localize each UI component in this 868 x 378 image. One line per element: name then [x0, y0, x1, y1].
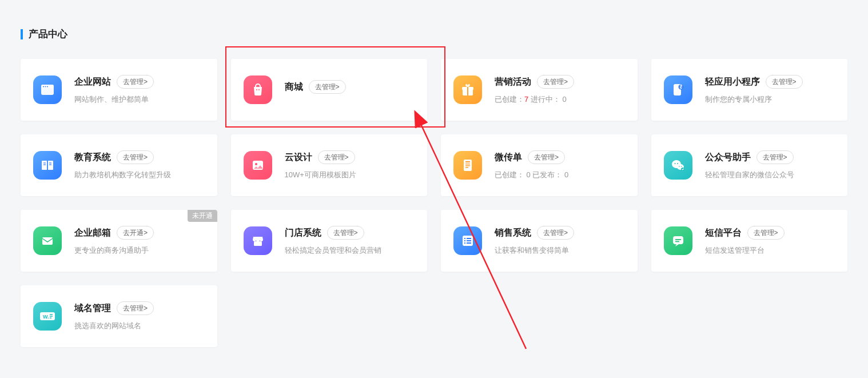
manage-button[interactable]: 去管理> [117, 75, 154, 89]
card-title: 销售系统 [495, 227, 531, 239]
card-desc: 已创建： 0 已发布： 0 [495, 170, 625, 180]
card-desc: 让获客和销售变得简单 [495, 245, 625, 256]
card-title: 营销活动 [495, 76, 531, 88]
manage-button[interactable]: 去管理> [309, 80, 346, 94]
svg-rect-41 [675, 241, 679, 242]
svg-rect-30 [42, 237, 53, 245]
card-shop[interactable]: 商城 去管理> [231, 59, 428, 121]
svg-rect-36 [467, 240, 471, 241]
product-grid: 企业网站 去管理> 网站制作、维护都简单 商城 去管理> [21, 59, 847, 347]
card-title: 云设计 [285, 152, 312, 164]
store-icon [244, 226, 272, 255]
open-button[interactable]: 去开通> [117, 226, 154, 240]
svg-rect-9 [467, 87, 468, 96]
card-marketing[interactable]: 营销活动 去管理> 已创建：7 进行中： 0 [441, 59, 638, 121]
manage-button[interactable]: 去管理> [318, 150, 355, 164]
manage-button[interactable]: 去管理> [327, 226, 364, 240]
manage-button[interactable]: 去管理> [117, 150, 154, 164]
manage-button[interactable]: 去管理> [756, 150, 794, 164]
card-title: 公众号助手 [705, 152, 751, 164]
svg-point-2 [43, 86, 44, 87]
card-desc: 挑选喜欢的网站域名 [74, 321, 205, 331]
window-icon [33, 75, 62, 104]
svg-rect-21 [465, 165, 470, 166]
card-desc: 助力教培机构数字化转型升级 [74, 170, 205, 180]
card-title: 微传单 [495, 152, 522, 164]
section-title-bar [21, 29, 23, 39]
svg-point-5 [256, 89, 257, 90]
card-title: 企业网站 [74, 76, 111, 88]
mail-icon [33, 226, 62, 255]
svg-point-25 [674, 163, 675, 164]
svg-rect-34 [467, 238, 471, 239]
section-title: 产品中心 [21, 27, 847, 41]
card-title: 教育系统 [74, 152, 111, 164]
manage-button[interactable]: 去管理> [537, 75, 574, 89]
svg-rect-31 [254, 241, 262, 246]
card-store[interactable]: 门店系统 去管理> 轻松搞定会员管理和会员营销 [231, 210, 428, 272]
card-education[interactable]: 教育系统 去管理> 助力教培机构数字化转型升级 [21, 134, 217, 196]
manage-button[interactable]: 去管理> [537, 226, 574, 240]
card-desc: 10W+可商用模板图片 [285, 170, 415, 180]
card-desc: 网站制作、维护都简单 [74, 94, 205, 105]
card-sales[interactable]: 销售系统 去管理> 让获客和销售变得简单 [441, 210, 638, 272]
card-title: 域名管理 [74, 303, 111, 315]
image-icon [244, 151, 272, 180]
wechat-icon [664, 151, 692, 180]
card-miniprogram[interactable]: 轻应用小程序 去管理> 制作您的专属小程序 [651, 59, 848, 121]
card-desc: 已创建：7 进行中： 0 [495, 94, 625, 105]
svg-rect-38 [467, 242, 471, 244]
svg-rect-20 [465, 164, 470, 165]
svg-rect-39 [673, 236, 683, 244]
manage-button[interactable]: 去管理> [528, 150, 565, 164]
card-title: 商城 [285, 81, 303, 93]
svg-point-3 [45, 86, 46, 87]
svg-point-4 [47, 86, 48, 87]
card-desc: 短信发送管理平台 [705, 245, 835, 256]
svg-point-6 [258, 89, 260, 90]
domain-icon: W. [33, 302, 62, 331]
svg-rect-33 [464, 238, 465, 239]
list-icon [453, 226, 482, 255]
card-title: 短信平台 [705, 227, 742, 239]
card-desc: 更专业的商务沟通助手 [74, 245, 205, 256]
miniprogram-icon [664, 75, 692, 104]
manage-button[interactable]: 去管理> [117, 301, 154, 315]
card-sms[interactable]: 短信平台 去管理> 短信发送管理平台 [651, 210, 848, 272]
svg-rect-22 [465, 167, 468, 168]
svg-point-26 [677, 163, 678, 164]
svg-text:W.: W. [43, 314, 49, 320]
section-title-text: 产品中心 [29, 27, 67, 41]
gift-icon [453, 75, 482, 104]
card-title: 门店系统 [285, 227, 321, 239]
manage-button[interactable]: 去管理> [766, 75, 803, 89]
svg-rect-35 [464, 240, 465, 241]
svg-point-17 [255, 163, 257, 165]
card-domain[interactable]: W. 域名管理 去管理> 挑选喜欢的网站域名 [21, 285, 217, 347]
svg-rect-37 [464, 242, 465, 244]
flyer-icon [453, 151, 482, 180]
card-website[interactable]: 企业网站 去管理> 网站制作、维护都简单 [21, 59, 217, 121]
stat-created-label: 已创建： [495, 95, 524, 104]
card-flyer[interactable]: 微传单 去管理> 已创建： 0 已发布： 0 [441, 134, 638, 196]
book-icon [33, 151, 62, 180]
card-desc: 轻松管理自家的微信公众号 [705, 170, 835, 180]
message-icon [664, 226, 692, 255]
svg-point-27 [679, 166, 680, 167]
svg-point-28 [681, 166, 682, 167]
card-desc: 轻松搞定会员管理和会员营销 [285, 245, 415, 256]
card-title: 企业邮箱 [74, 227, 111, 239]
card-title: 轻应用小程序 [705, 76, 760, 88]
card-email[interactable]: 未开通 企业邮箱 去开通> 更专业的商务沟通助手 [21, 210, 217, 272]
stat-running: 进行中： 0 [528, 95, 566, 104]
svg-rect-40 [675, 239, 681, 240]
manage-button[interactable]: 去管理> [747, 226, 785, 240]
shopping-bag-icon [244, 75, 272, 104]
badge-unopened: 未开通 [188, 210, 217, 222]
card-cloud-design[interactable]: 云设计 去管理> 10W+可商用模板图片 [231, 134, 428, 196]
card-wechat-official[interactable]: 公众号助手 去管理> 轻松管理自家的微信公众号 [651, 134, 848, 196]
card-desc: 制作您的专属小程序 [705, 94, 835, 105]
svg-rect-19 [465, 161, 470, 162]
